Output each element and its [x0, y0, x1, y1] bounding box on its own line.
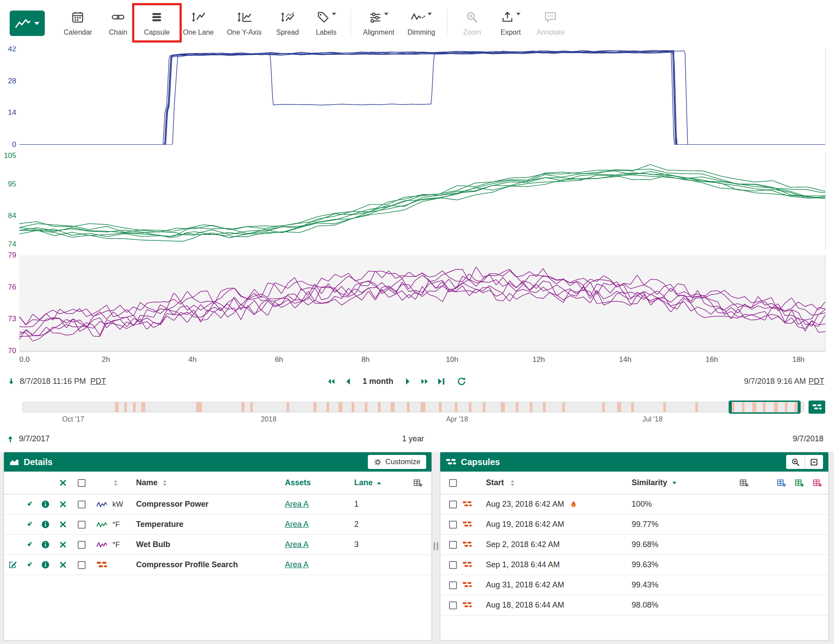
start-timezone-link[interactable]: PDT [90, 377, 106, 386]
pan-up-icon[interactable] [6, 435, 14, 443]
item-name[interactable]: Compressor Profile Search [134, 560, 281, 569]
column-header-similarity[interactable]: Similarity [632, 478, 667, 487]
toolbar-item-dimming[interactable]: Dimming [401, 6, 442, 41]
capsule-row[interactable]: Aug 18, 2018 6:44 AM 98.08% [440, 595, 828, 615]
overview-timebar[interactable] [22, 402, 804, 412]
asset-navigate-icon[interactable] [25, 520, 33, 529]
y-axis-compressor-power[interactable]: 4228140 [0, 49, 19, 145]
display-range-selector[interactable] [730, 401, 800, 414]
row-checkbox[interactable] [78, 521, 86, 529]
remove-item-icon[interactable] [59, 541, 67, 548]
asset-link[interactable]: Area A [285, 540, 309, 549]
row-checkbox[interactable] [449, 541, 457, 549]
details-row-wet-bulb[interactable]: °F Wet Bulb Area A 3 [4, 535, 431, 555]
row-checkbox[interactable] [449, 501, 457, 508]
asset-link[interactable]: Area A [285, 560, 309, 569]
view-selector-button[interactable] [10, 11, 45, 36]
toolbar-item-capsule[interactable]: Capsule [137, 6, 176, 41]
capsule-row[interactable]: Sep 1, 2018 6:44 AM 99.63% [440, 555, 828, 575]
x-axis[interactable]: 0.02h4h6h8h10h12h14h16h18h [0, 355, 834, 367]
item-info-icon[interactable] [41, 520, 50, 529]
capsule-row[interactable]: Aug 19, 2018 6:42 AM 99.77% [440, 515, 828, 535]
edit-condition-icon[interactable] [8, 560, 17, 569]
item-name[interactable]: Wet Bulb [134, 540, 281, 549]
selector-left-handle[interactable] [729, 401, 732, 413]
toolbar-item-calendar[interactable]: Calendar [57, 6, 99, 41]
item-name[interactable]: Temperature [134, 520, 281, 529]
row-checkbox[interactable] [449, 561, 457, 569]
step-previous-icon[interactable] [343, 377, 352, 386]
item-info-icon[interactable] [41, 561, 50, 569]
toolbar-item-chain[interactable]: Chain [99, 6, 137, 41]
capsule-row[interactable]: Aug 23, 2018 6:42 AM 100% [440, 494, 828, 515]
details-row-compressor-profile-search[interactable]: Compressor Profile Search Area A [4, 555, 431, 575]
asset-navigate-icon[interactable] [25, 500, 33, 508]
add-column-icon[interactable] [739, 478, 749, 488]
y-axis-temperature[interactable]: 105958474 [0, 153, 19, 250]
row-checkbox[interactable] [449, 601, 457, 609]
sort-icon[interactable] [112, 479, 119, 487]
trend-chart[interactable]: 4228140 105958474 79767370 0.02h4h6h8h10… [0, 47, 834, 372]
row-checkbox[interactable] [449, 521, 457, 529]
asset-link[interactable]: Area A [285, 520, 309, 529]
toolbar-item-alignment[interactable]: Alignment [356, 6, 401, 41]
toolbar-item-one-y-axis[interactable]: One Y-Axis [220, 6, 268, 41]
column-header-assets[interactable]: Assets [285, 478, 311, 487]
auto-update-icon[interactable] [457, 377, 466, 386]
item-info-icon[interactable] [41, 540, 50, 549]
panel-splitter[interactable] [432, 452, 440, 640]
asset-navigate-icon[interactable] [25, 540, 33, 549]
remove-item-icon[interactable] [59, 521, 67, 528]
grid-add-pink-icon[interactable] [812, 478, 822, 488]
lane-canvas-compressor-power[interactable] [19, 49, 826, 145]
item-info-icon[interactable] [41, 500, 50, 508]
customize-button[interactable]: Customize [368, 455, 426, 469]
remove-item-icon[interactable] [59, 501, 67, 508]
y-axis-wet-bulb[interactable]: 79767370 [0, 255, 19, 351]
collapse-panel-button[interactable] [805, 455, 823, 469]
grid-add-green-icon[interactable] [794, 478, 804, 488]
select-all-checkbox[interactable] [449, 479, 457, 487]
sort-icon[interactable] [162, 479, 168, 487]
asset-link[interactable]: Area A [285, 500, 309, 509]
end-timezone-link[interactable]: PDT [809, 377, 824, 386]
toolbar-item-labels[interactable]: Labels [307, 6, 345, 41]
lane-canvas-wet-bulb[interactable] [19, 255, 826, 351]
splitter-grip-icon[interactable] [434, 542, 438, 550]
step-back-icon[interactable] [327, 377, 336, 386]
range-duration-label[interactable]: 1 month [363, 377, 393, 386]
add-column-icon[interactable] [413, 478, 423, 488]
fast-forward-icon[interactable] [420, 377, 429, 386]
select-all-checkbox[interactable] [78, 479, 86, 487]
row-checkbox[interactable] [449, 581, 457, 589]
remove-item-icon[interactable] [59, 561, 67, 569]
sort-desc-icon[interactable] [672, 481, 677, 485]
capsule-stripe [631, 402, 634, 412]
step-next-icon[interactable] [403, 377, 413, 386]
row-checkbox[interactable] [78, 541, 86, 549]
row-checkbox[interactable] [78, 501, 86, 508]
details-row-compressor-power[interactable]: kW Compressor Power Area A 1 [4, 494, 431, 515]
column-header-start[interactable]: Start [486, 478, 504, 487]
lane-canvas-temperature[interactable] [19, 153, 826, 250]
asset-navigate-icon[interactable] [25, 561, 33, 569]
capsule-row[interactable]: Sep 2, 2018 6:42 AM 99.68% [440, 535, 828, 555]
column-header-lane[interactable]: Lane [354, 478, 373, 487]
toolbar-item-spread[interactable]: Spread [268, 6, 307, 41]
zoom-to-capsule-button[interactable] [786, 455, 805, 469]
pan-down-icon[interactable] [7, 377, 15, 386]
sort-asc-icon[interactable] [376, 481, 382, 485]
details-row-temperature[interactable]: °F Temperature Area A 2 [4, 515, 431, 535]
grid-add-blue-icon[interactable] [776, 478, 786, 488]
selector-right-handle[interactable] [798, 401, 801, 413]
sort-icon[interactable] [509, 479, 516, 487]
capsule-time-button[interactable] [809, 401, 825, 414]
item-name[interactable]: Compressor Power [134, 500, 281, 509]
toolbar-item-one-lane[interactable]: One Lane [176, 6, 220, 41]
capsule-row[interactable]: Aug 31, 2018 6:42 AM 99.43% [440, 575, 828, 595]
remove-all-icon[interactable] [59, 479, 67, 487]
toolbar-item-export[interactable]: Export [491, 6, 530, 41]
go-to-now-icon[interactable] [437, 377, 446, 386]
row-checkbox[interactable] [78, 561, 86, 569]
column-header-name[interactable]: Name [136, 478, 158, 487]
